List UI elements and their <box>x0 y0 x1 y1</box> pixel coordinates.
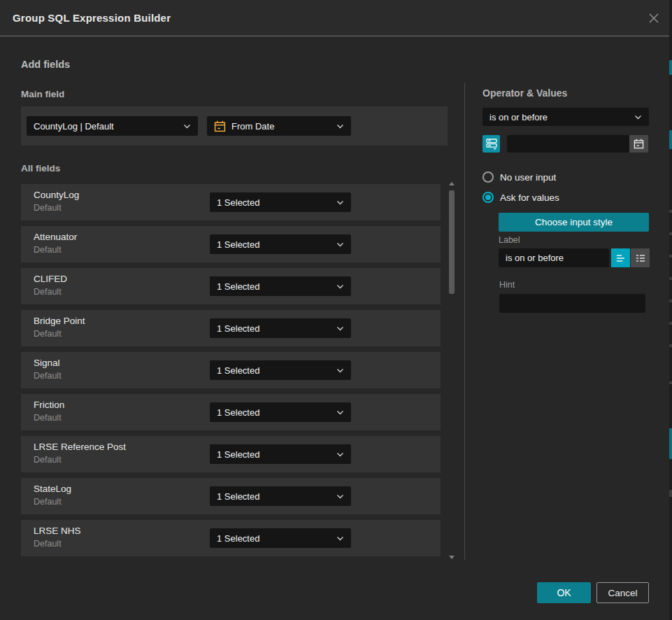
chevron-down-icon <box>336 200 344 205</box>
dialog-title: Group SQL Expression Builder <box>13 0 171 36</box>
chevron-down-icon <box>336 124 344 129</box>
radio-selected-icon[interactable] <box>482 192 494 203</box>
label-input[interactable] <box>499 248 609 267</box>
field-values-dropdown[interactable]: 1 Selected <box>210 192 351 212</box>
radio-icon[interactable] <box>482 171 494 183</box>
cancel-button[interactable]: Cancel <box>596 582 649 603</box>
operator-dropdown[interactable]: is on or before <box>482 108 649 126</box>
field-name: Signal <box>34 358 62 368</box>
field-row: CLIFED Default 1 Selected <box>21 268 441 304</box>
field-values-dropdown[interactable]: 1 Selected <box>210 486 351 506</box>
scrollbar-thumb[interactable] <box>449 190 455 294</box>
field-values-dropdown[interactable]: 1 Selected <box>210 402 351 422</box>
chevron-down-icon <box>183 124 191 129</box>
main-field-dropdown-value: From Date <box>231 121 274 132</box>
field-values-dropdown-label: 1 Selected <box>217 323 259 334</box>
operator-dropdown-value: is on or before <box>489 112 548 122</box>
field-name: StateLog <box>34 484 71 494</box>
calendar-icon <box>634 139 644 149</box>
value-input[interactable] <box>507 135 629 153</box>
main-field-dropdown[interactable]: From Date <box>207 116 351 136</box>
field-row: Friction Default 1 Selected <box>21 394 441 430</box>
layer-dropdown[interactable]: CountyLog | Default <box>27 116 198 136</box>
field-values-dropdown-label: 1 Selected <box>217 365 259 376</box>
field-values-dropdown-label: 1 Selected <box>217 533 259 544</box>
close-icon <box>648 12 660 24</box>
label-caption: Label <box>499 235 520 245</box>
add-fields-heading: Add fields <box>21 59 70 70</box>
field-row: LRSE Reference Post Default 1 Selected <box>21 436 441 472</box>
scroll-down-arrow-icon[interactable] <box>449 554 455 560</box>
field-name: LRSE NHS <box>34 526 81 536</box>
field-row: LRSE NHS Default 1 Selected <box>21 520 441 556</box>
layer-dropdown-value: CountyLog | Default <box>34 121 114 132</box>
field-type: Default <box>34 287 67 297</box>
fields-list-scrollbar[interactable] <box>448 181 455 560</box>
value-source-icon <box>486 139 497 150</box>
single-line-input-style-button[interactable] <box>611 248 630 267</box>
field-row: Bridge Point Default 1 Selected <box>21 310 441 346</box>
field-values-dropdown-label: 1 Selected <box>217 239 259 250</box>
field-type: Default <box>34 497 71 507</box>
single-line-input-icon <box>615 253 627 264</box>
field-values-dropdown[interactable]: 1 Selected <box>210 318 351 338</box>
hint-caption: Hint <box>499 280 515 290</box>
calendar-icon <box>214 120 226 132</box>
field-type: Default <box>34 371 62 381</box>
chevron-down-icon <box>336 452 344 457</box>
main-field-heading: Main field <box>21 89 64 99</box>
field-values-dropdown-label: 1 Selected <box>217 197 259 208</box>
operator-values-heading: Operator & Values <box>482 87 567 99</box>
list-input-style-button[interactable] <box>631 248 650 267</box>
radio-no-user-input[interactable]: No user input <box>482 171 556 183</box>
field-name: CountyLog <box>34 190 79 200</box>
field-row: CountyLog Default 1 Selected <box>21 184 441 220</box>
background-app-edge <box>669 0 672 620</box>
field-values-dropdown[interactable]: 1 Selected <box>210 444 351 464</box>
field-values-dropdown-label: 1 Selected <box>217 281 259 292</box>
close-button[interactable] <box>645 10 662 27</box>
chevron-down-icon <box>336 368 344 373</box>
field-values-dropdown[interactable]: 1 Selected <box>210 234 351 254</box>
field-name: CLIFED <box>34 274 67 284</box>
group-sql-expression-builder-dialog: Group SQL Expression Builder Add fields … <box>0 0 672 620</box>
field-row: Attenuator Default 1 Selected <box>21 226 441 262</box>
field-values-dropdown-label: 1 Selected <box>217 407 259 418</box>
all-fields-heading: All fields <box>21 163 60 174</box>
chevron-down-icon <box>336 242 344 247</box>
radio-no-user-input-label: No user input <box>500 172 556 183</box>
field-type: Default <box>34 413 64 423</box>
field-type: Default <box>34 329 85 339</box>
ok-button[interactable]: OK <box>537 582 591 603</box>
value-source-button[interactable] <box>482 135 500 153</box>
all-fields-list: CountyLog Default 1 Selected Attenuator … <box>21 184 441 562</box>
field-values-dropdown[interactable]: 1 Selected <box>210 528 351 548</box>
hint-input[interactable] <box>499 294 645 313</box>
chevron-down-icon <box>336 284 344 289</box>
field-values-dropdown-label: 1 Selected <box>217 449 259 460</box>
field-name: Bridge Point <box>34 316 85 326</box>
main-field-row: CountyLog | Default From Date <box>21 106 448 146</box>
dialog-header: Group SQL Expression Builder <box>0 0 672 36</box>
date-picker-button[interactable] <box>629 135 648 153</box>
field-row: StateLog Default 1 Selected <box>21 478 441 514</box>
field-type: Default <box>34 203 79 213</box>
column-divider <box>464 83 465 560</box>
field-name: Attenuator <box>34 232 77 242</box>
field-name: Friction <box>34 400 64 410</box>
scroll-up-arrow-icon[interactable] <box>449 181 455 186</box>
field-row: Signal Default 1 Selected <box>21 352 441 388</box>
chevron-down-icon <box>336 326 344 331</box>
field-type: Default <box>34 455 126 465</box>
chevron-down-icon <box>336 494 344 499</box>
chevron-down-icon <box>336 410 344 415</box>
chevron-down-icon <box>634 115 642 120</box>
field-values-dropdown[interactable]: 1 Selected <box>210 276 351 296</box>
radio-ask-for-values[interactable]: Ask for values <box>482 192 559 203</box>
field-values-dropdown[interactable]: 1 Selected <box>210 360 351 380</box>
choose-input-style-button[interactable]: Choose input style <box>499 213 649 232</box>
field-type: Default <box>34 245 77 255</box>
radio-ask-for-values-label: Ask for values <box>500 192 559 203</box>
chevron-down-icon <box>336 536 344 541</box>
field-name: LRSE Reference Post <box>34 442 126 452</box>
